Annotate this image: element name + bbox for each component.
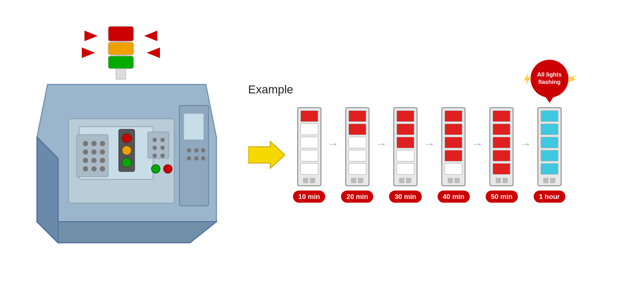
steps-container: 10 min → [293, 107, 565, 203]
svg-rect-3 [108, 56, 134, 69]
svg-point-26 [91, 158, 97, 163]
badge-20min: 20 min [341, 191, 373, 203]
light-empty-3a [396, 150, 414, 162]
light-red-4d [444, 150, 462, 162]
badge-10min: 10 min [293, 191, 325, 203]
light-red-5d [493, 150, 510, 162]
svg-marker-5 [82, 48, 95, 58]
badge-1hour: 1 hour [534, 191, 565, 203]
svg-point-45 [187, 156, 191, 160]
light-empty-4a [444, 163, 462, 175]
svg-marker-4 [84, 31, 98, 41]
light-empty-3b [396, 163, 414, 175]
light-empty-1b [300, 137, 318, 148]
light-red-5a [493, 110, 510, 122]
light-red-5c [493, 137, 510, 148]
tower-step1 [297, 107, 321, 186]
light-red-4a [444, 110, 462, 122]
base-sq-1b [310, 178, 315, 183]
light-red-3b [396, 124, 414, 135]
svg-point-32 [153, 138, 157, 142]
svg-point-24 [100, 149, 105, 155]
svg-point-33 [160, 138, 165, 142]
arrow-1-2: → [327, 137, 339, 151]
step-1: 10 min [293, 107, 325, 203]
svg-point-25 [83, 158, 88, 163]
base-sq-5a [496, 178, 501, 183]
svg-rect-1 [108, 26, 134, 41]
tower-step4 [441, 107, 466, 186]
light-red-2a [348, 110, 366, 122]
main-container: Example [0, 0, 644, 285]
tower-base-6 [543, 178, 555, 183]
svg-point-21 [100, 141, 105, 146]
yellow-arrow-icon [248, 140, 285, 169]
light-empty-1a [300, 124, 318, 135]
tower-step3 [393, 107, 418, 186]
svg-point-20 [91, 141, 97, 146]
machine-illustration [16, 11, 238, 274]
light-cyan-6d [541, 150, 558, 162]
svg-point-16 [122, 146, 131, 155]
base-sq-3a [399, 178, 404, 183]
arrow-2-3: → [375, 137, 387, 151]
bubble-text: All lightsflashing [534, 71, 565, 85]
light-red-4b [444, 124, 462, 135]
light-red-1 [300, 110, 318, 122]
tower-base-5 [496, 178, 508, 183]
svg-rect-2 [108, 42, 134, 55]
svg-point-15 [122, 134, 131, 143]
svg-point-39 [164, 165, 172, 173]
badge-30min: 30 min [389, 191, 421, 203]
svg-point-23 [91, 149, 97, 155]
svg-point-38 [151, 165, 160, 173]
svg-point-29 [91, 166, 97, 172]
svg-point-43 [194, 148, 198, 153]
light-red-3c [396, 137, 414, 148]
right-section: Example [238, 83, 628, 203]
light-empty-2c [348, 163, 366, 175]
svg-point-30 [100, 166, 105, 172]
svg-point-35 [160, 146, 165, 150]
svg-point-17 [122, 158, 131, 167]
light-empty-1c [300, 150, 318, 162]
light-empty-1d [300, 163, 318, 175]
svg-marker-6 [144, 31, 157, 41]
base-sq-2a [351, 178, 356, 183]
step-4: 40 min [438, 107, 470, 203]
base-sq-1a [303, 178, 308, 183]
svg-marker-10 [37, 222, 216, 243]
base-sq-3b [406, 178, 411, 183]
arrow-5-6: → [520, 137, 532, 151]
light-cyan-6a [541, 110, 558, 122]
svg-point-19 [83, 141, 88, 146]
svg-point-37 [160, 154, 165, 158]
tower-step6 [537, 107, 562, 186]
tower-step2 [345, 107, 370, 186]
step-5: 50 min [486, 107, 518, 203]
light-red-5e [493, 163, 510, 175]
svg-marker-7 [147, 48, 160, 58]
light-empty-2a [348, 137, 366, 148]
light-cyan-6b [541, 124, 558, 135]
svg-point-44 [201, 148, 205, 153]
base-sq-2b [358, 178, 363, 183]
tower-base-2 [351, 178, 363, 183]
badge-40min: 40 min [438, 191, 470, 203]
svg-point-42 [187, 148, 191, 153]
svg-point-47 [201, 156, 205, 160]
light-empty-2b [348, 150, 366, 162]
flash-bubble-container: ⚡ All lightsflashing ⚡ [531, 60, 569, 100]
light-red-3a [396, 110, 414, 122]
base-sq-6a [543, 178, 548, 183]
step-2: 20 min [341, 107, 373, 203]
light-red-2b [348, 124, 366, 135]
svg-point-28 [83, 166, 88, 172]
tower-step5 [489, 107, 514, 186]
step-6: ⚡ All lightsflashing ⚡ [534, 107, 565, 203]
base-sq-4a [448, 178, 453, 183]
light-red-4c [444, 137, 462, 148]
tower-base-4 [448, 178, 460, 183]
svg-point-27 [100, 158, 105, 163]
light-cyan-6e [541, 163, 558, 175]
